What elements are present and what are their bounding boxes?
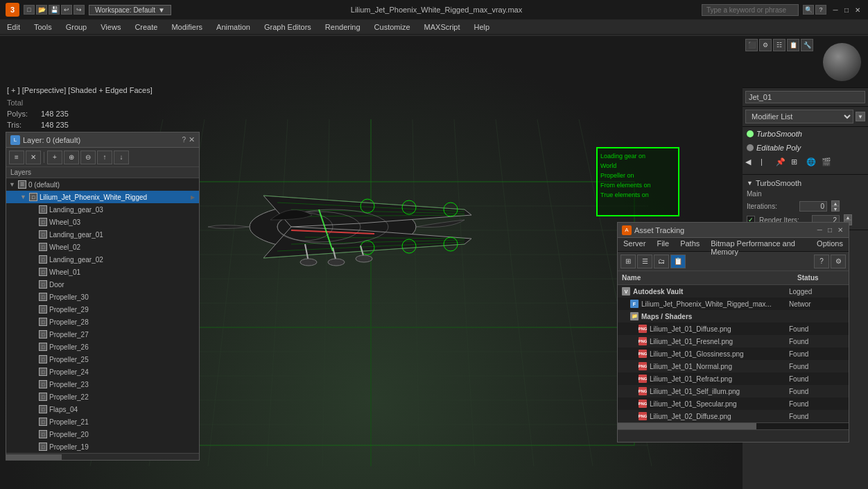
menu-item-group[interactable]: Group: [59, 22, 94, 33]
layer-list-item[interactable]: □Propeller_21: [6, 415, 199, 428]
lp-btn-close[interactable]: ✕: [26, 151, 41, 164]
save-btn[interactable]: 💾: [49, 5, 60, 15]
layer-list-item[interactable]: □Wheel_01: [6, 266, 199, 278]
menu-item-views[interactable]: Views: [94, 22, 128, 33]
asset-panel-close[interactable]: ✕: [837, 226, 843, 234]
layer-list-item[interactable]: □Propeller_25: [6, 353, 199, 366]
menu-item-customize[interactable]: Customize: [367, 22, 417, 33]
search-input[interactable]: [702, 4, 799, 16]
lp-btn-add[interactable]: ⊕: [64, 151, 79, 164]
ts-collapse-icon[interactable]: ▼: [747, 180, 753, 187]
menu-item-tools[interactable]: Tools: [27, 22, 59, 33]
ts-iter-down[interactable]: ▼: [831, 206, 840, 212]
close-button[interactable]: ✕: [853, 5, 862, 15]
ap-btn-4[interactable]: 📋: [670, 255, 686, 268]
rp-hier-icon[interactable]: ⊞: [791, 157, 805, 171]
layer-list-item[interactable]: □Propeller_24: [6, 366, 199, 378]
asset-list-item[interactable]: PNGLilium_Jet_01_Refract.pngFound: [618, 372, 849, 385]
asset-menu-item-paths[interactable]: Paths: [675, 238, 705, 251]
asset-list[interactable]: VAutodesk VaultLoggedFLilium_Jet_Phoenix…: [618, 285, 849, 422]
modifier-entry-editable-poly[interactable]: Editable Poly: [743, 141, 868, 155]
asset-list-item[interactable]: PNGLilium_Jet_02_Diffuse.pngFound: [618, 410, 849, 422]
asset-list-item[interactable]: 📁Maps / Shaders: [618, 310, 849, 323]
ts-iterations-input[interactable]: [799, 201, 827, 212]
ts-iter-up[interactable]: ▲: [831, 200, 840, 206]
asset-menu-item-bitmap-performance-and-memory[interactable]: Bitmap Performance and Memory: [705, 238, 811, 251]
asset-list-item[interactable]: PNGLilium_Jet_01_Fresnel.pngFound: [618, 335, 849, 348]
rp-icon-5[interactable]: 🔧: [801, 39, 813, 51]
lp-btn-remove[interactable]: ⊖: [80, 151, 96, 164]
redo-btn[interactable]: ↪: [73, 5, 85, 15]
asset-list-item[interactable]: FLilium_Jet_Phoenix_White_Rigged_max...N…: [618, 298, 849, 310]
layer-list-item[interactable]: □Propeller_23: [6, 378, 199, 391]
help-icon[interactable]: ?: [815, 5, 826, 15]
workspace-button[interactable]: Workspace: Default ▼: [89, 5, 171, 15]
layer-list-item[interactable]: □Flaps_04: [6, 403, 199, 415]
asset-menu-item-server[interactable]: Server: [618, 238, 651, 251]
layer-list-item[interactable]: □Wheel_02: [6, 241, 199, 253]
layer-panel-close[interactable]: ✕: [189, 135, 195, 144]
rp-env-icon[interactable]: 🌐: [806, 157, 820, 171]
layer-list-item[interactable]: □Propeller_20: [6, 428, 199, 440]
asset-panel-restore[interactable]: □: [828, 226, 832, 234]
ap-btn-settings[interactable]: ⚙: [831, 255, 846, 268]
layer-list[interactable]: ▼☰0 (default)▼□Lilium_Jet_Phoenix_White_…: [6, 178, 199, 453]
lp-btn-move-down[interactable]: ↓: [114, 151, 129, 164]
menu-item-graph-editors[interactable]: Graph Editors: [257, 22, 318, 33]
ap-btn-2[interactable]: ☰: [637, 255, 652, 268]
asset-list-item[interactable]: PNGLilium_Jet_01_Normal.pngFound: [618, 360, 849, 372]
open-btn[interactable]: 📂: [36, 5, 47, 15]
layer-panel-scrollbar[interactable]: [6, 453, 199, 460]
menu-item-edit[interactable]: Edit: [0, 22, 27, 33]
asset-menu-item-file[interactable]: File: [651, 238, 675, 251]
lp-btn-new[interactable]: +: [47, 151, 62, 164]
menu-item-maxscript[interactable]: MAXScript: [417, 22, 467, 33]
layer-list-item[interactable]: □Landing_gear_03: [6, 203, 199, 216]
rp-pin-icon[interactable]: 📌: [776, 157, 790, 171]
lp-btn-layers[interactable]: ≡: [9, 151, 24, 164]
layer-list-item[interactable]: □Door: [6, 278, 199, 291]
rp-icon-4[interactable]: 📋: [787, 39, 799, 51]
menu-item-rendering[interactable]: Rendering: [318, 22, 367, 33]
menu-item-animation[interactable]: Animation: [209, 22, 257, 33]
asset-menu-item-options[interactable]: Options: [811, 238, 849, 251]
maximize-button[interactable]: □: [842, 5, 851, 15]
ap-btn-help[interactable]: ?: [814, 255, 829, 268]
layer-list-item[interactable]: □Propeller_30: [6, 291, 199, 303]
layer-list-item[interactable]: □Propeller_19: [6, 440, 199, 453]
layer-list-item[interactable]: □Propeller_28: [6, 316, 199, 328]
ap-btn-1[interactable]: ⊞: [620, 255, 636, 268]
layer-list-item[interactable]: □Landing_gear_01: [6, 228, 199, 241]
modifier-dropdown[interactable]: Modifier List: [745, 110, 853, 123]
rp-icon-3[interactable]: ☷: [773, 39, 785, 51]
menu-item-help[interactable]: Help: [467, 22, 497, 33]
undo-btn[interactable]: ↩: [61, 5, 72, 15]
rp-render-icon[interactable]: 🎬: [822, 157, 835, 171]
layer-list-item[interactable]: □Propeller_22: [6, 391, 199, 403]
layer-help-button[interactable]: ?: [182, 136, 186, 144]
obj-name-input[interactable]: [745, 91, 865, 103]
layer-list-item[interactable]: □Propeller_29: [6, 303, 199, 316]
ts-ri-up[interactable]: ▲: [844, 214, 852, 220]
rp-move-icon[interactable]: ◀: [745, 157, 759, 171]
modifier-entry-turbosmooth[interactable]: TurboSmooth: [743, 127, 868, 141]
asset-list-item[interactable]: VAutodesk VaultLogged: [618, 285, 849, 298]
asset-list-item[interactable]: PNGLilium_Jet_01_Self_illum.pngFound: [618, 385, 849, 397]
menu-item-modifiers[interactable]: Modifiers: [164, 22, 209, 33]
rp-sel-icon[interactable]: |: [761, 157, 774, 171]
lp-btn-move-up[interactable]: ↑: [97, 151, 112, 164]
modifier-arrow[interactable]: ▼: [856, 112, 865, 121]
asset-list-item[interactable]: PNGLilium_Jet_01_Glossiness.pngFound: [618, 348, 849, 360]
new-btn[interactable]: □: [24, 5, 35, 15]
layer-list-item[interactable]: □Propeller_27: [6, 328, 199, 341]
layer-list-item[interactable]: □Landing_gear_02: [6, 253, 199, 266]
search-icon[interactable]: 🔍: [803, 5, 814, 15]
asset-list-item[interactable]: PNGLilium_Jet_01_Specular.pngFound: [618, 397, 849, 410]
ap-btn-3[interactable]: 🗂: [654, 255, 669, 268]
layer-list-item[interactable]: □Wheel_03: [6, 216, 199, 228]
minimize-button[interactable]: ─: [831, 5, 840, 15]
menu-item-create[interactable]: Create: [128, 22, 164, 33]
layer-panel-scrollbar-thumb[interactable]: [6, 454, 62, 460]
layer-list-item[interactable]: ▼□Lilium_Jet_Phoenix_White_Rigged▶: [6, 191, 199, 203]
asset-list-item[interactable]: PNGLilium_Jet_01_Diffuse.pngFound: [618, 323, 849, 335]
